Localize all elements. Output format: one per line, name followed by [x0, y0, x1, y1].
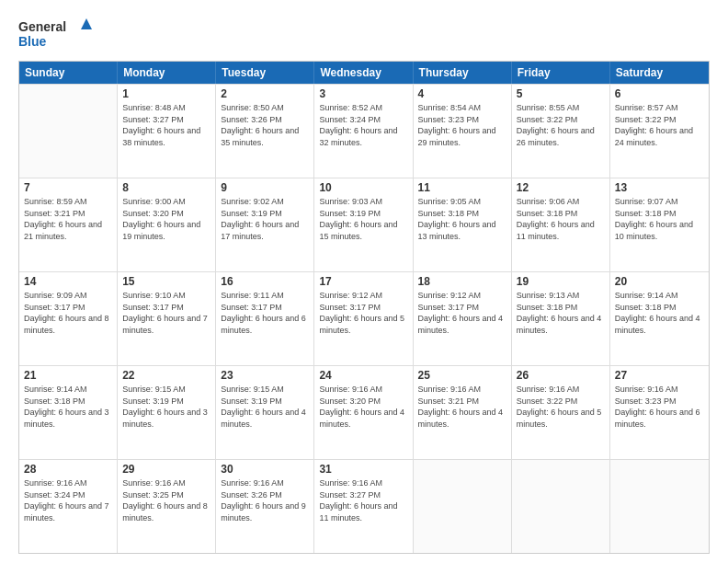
calendar-cell: 14 Sunrise: 9:09 AMSunset: 3:17 PMDaylig…: [19, 272, 118, 365]
cell-info: Sunrise: 9:09 AMSunset: 3:17 PMDaylight:…: [24, 291, 109, 335]
day-number: 31: [319, 463, 407, 476]
calendar-cell: 13 Sunrise: 9:07 AMSunset: 3:18 PMDaylig…: [610, 178, 709, 271]
calendar-cell: 1 Sunrise: 8:48 AMSunset: 3:27 PMDayligh…: [118, 85, 216, 178]
calendar-cell: 19 Sunrise: 9:13 AMSunset: 3:18 PMDaylig…: [512, 272, 610, 365]
cell-info: Sunrise: 9:13 AMSunset: 3:18 PMDaylight:…: [517, 291, 602, 335]
header-day: Friday: [512, 62, 610, 84]
cell-info: Sunrise: 9:14 AMSunset: 3:18 PMDaylight:…: [615, 291, 700, 335]
calendar-cell: 11 Sunrise: 9:05 AMSunset: 3:18 PMDaylig…: [414, 178, 512, 271]
cell-info: Sunrise: 9:16 AMSunset: 3:26 PMDaylight:…: [221, 478, 306, 523]
cell-info: Sunrise: 9:16 AMSunset: 3:24 PMDaylight:…: [24, 478, 109, 523]
day-number: 26: [517, 369, 605, 382]
cell-info: Sunrise: 8:52 AMSunset: 3:24 PMDaylight:…: [319, 103, 397, 147]
calendar-cell: 3 Sunrise: 8:52 AMSunset: 3:24 PMDayligh…: [314, 85, 413, 178]
calendar-week: 28 Sunrise: 9:16 AMSunset: 3:24 PMDaylig…: [19, 459, 709, 553]
day-number: 29: [122, 463, 210, 476]
day-number: 16: [221, 275, 309, 288]
day-number: 13: [615, 181, 704, 194]
day-number: 19: [517, 275, 605, 288]
page: General Blue SundayMondayTuesdayWednesda…: [0, 0, 728, 563]
header-day: Wednesday: [314, 62, 413, 84]
day-number: 6: [615, 87, 704, 100]
calendar-cell: 12 Sunrise: 9:06 AMSunset: 3:18 PMDaylig…: [512, 178, 610, 271]
cell-info: Sunrise: 9:07 AMSunset: 3:18 PMDaylight:…: [615, 197, 693, 241]
calendar-cell: 18 Sunrise: 9:12 AMSunset: 3:17 PMDaylig…: [414, 272, 512, 365]
header-day: Monday: [118, 62, 216, 84]
cell-info: Sunrise: 8:57 AMSunset: 3:22 PMDaylight:…: [615, 103, 693, 147]
calendar-cell: 22 Sunrise: 9:15 AMSunset: 3:19 PMDaylig…: [118, 366, 216, 459]
calendar-cell: 27 Sunrise: 9:16 AMSunset: 3:23 PMDaylig…: [610, 366, 709, 459]
cell-info: Sunrise: 9:05 AMSunset: 3:18 PMDaylight:…: [418, 197, 496, 241]
day-number: 23: [221, 369, 309, 382]
day-number: 7: [24, 181, 112, 194]
day-number: 27: [615, 369, 704, 382]
cell-info: Sunrise: 9:10 AMSunset: 3:17 PMDaylight:…: [122, 291, 208, 335]
cell-info: Sunrise: 9:11 AMSunset: 3:17 PMDaylight:…: [221, 291, 306, 335]
day-number: 1: [122, 87, 210, 100]
day-number: 8: [122, 181, 210, 194]
calendar-body: 1 Sunrise: 8:48 AMSunset: 3:27 PMDayligh…: [19, 84, 709, 553]
day-number: 28: [24, 463, 112, 476]
calendar-cell: 15 Sunrise: 9:10 AMSunset: 3:17 PMDaylig…: [118, 272, 216, 365]
calendar-cell: 29 Sunrise: 9:16 AMSunset: 3:25 PMDaylig…: [118, 460, 216, 553]
calendar-cell: 7 Sunrise: 8:59 AMSunset: 3:21 PMDayligh…: [19, 178, 118, 271]
calendar-cell: 28 Sunrise: 9:16 AMSunset: 3:24 PMDaylig…: [19, 460, 118, 553]
calendar-cell: 24 Sunrise: 9:16 AMSunset: 3:20 PMDaylig…: [314, 366, 413, 459]
calendar-cell: [414, 460, 512, 553]
header: General Blue: [18, 17, 710, 53]
day-number: 11: [418, 181, 506, 194]
calendar-week: 7 Sunrise: 8:59 AMSunset: 3:21 PMDayligh…: [19, 178, 709, 271]
day-number: 5: [517, 87, 605, 100]
calendar-cell: 17 Sunrise: 9:12 AMSunset: 3:17 PMDaylig…: [314, 272, 413, 365]
cell-info: Sunrise: 8:50 AMSunset: 3:26 PMDaylight:…: [221, 103, 299, 147]
day-number: 21: [24, 369, 112, 382]
day-number: 14: [24, 275, 112, 288]
day-number: 15: [122, 275, 210, 288]
calendar-cell: 2 Sunrise: 8:50 AMSunset: 3:26 PMDayligh…: [216, 85, 314, 178]
header-day: Sunday: [19, 62, 118, 84]
cell-info: Sunrise: 8:59 AMSunset: 3:21 PMDaylight:…: [24, 197, 102, 241]
cell-info: Sunrise: 9:06 AMSunset: 3:18 PMDaylight:…: [517, 197, 595, 241]
calendar-header: SundayMondayTuesdayWednesdayThursdayFrid…: [19, 62, 709, 84]
header-day: Tuesday: [216, 62, 314, 84]
cell-info: Sunrise: 9:15 AMSunset: 3:19 PMDaylight:…: [122, 385, 208, 429]
cell-info: Sunrise: 9:16 AMSunset: 3:23 PMDaylight:…: [615, 385, 700, 429]
svg-text:General: General: [18, 19, 66, 34]
cell-info: Sunrise: 9:16 AMSunset: 3:22 PMDaylight:…: [517, 385, 602, 429]
day-number: 22: [122, 369, 210, 382]
day-number: 30: [221, 463, 309, 476]
calendar-cell: 30 Sunrise: 9:16 AMSunset: 3:26 PMDaylig…: [216, 460, 314, 553]
day-number: 24: [319, 369, 407, 382]
calendar-cell: [512, 460, 610, 553]
day-number: 4: [418, 87, 506, 100]
calendar-cell: 31 Sunrise: 9:16 AMSunset: 3:27 PMDaylig…: [314, 460, 413, 553]
day-number: 3: [319, 87, 407, 100]
calendar-cell: [19, 85, 118, 178]
cell-info: Sunrise: 8:55 AMSunset: 3:22 PMDaylight:…: [517, 103, 595, 147]
calendar-cell: [610, 460, 709, 553]
calendar-cell: 25 Sunrise: 9:16 AMSunset: 3:21 PMDaylig…: [414, 366, 512, 459]
svg-marker-2: [81, 18, 92, 29]
cell-info: Sunrise: 9:00 AMSunset: 3:20 PMDaylight:…: [122, 197, 200, 241]
calendar-cell: 4 Sunrise: 8:54 AMSunset: 3:23 PMDayligh…: [414, 85, 512, 178]
cell-info: Sunrise: 9:16 AMSunset: 3:25 PMDaylight:…: [122, 478, 208, 523]
calendar: SundayMondayTuesdayWednesdayThursdayFrid…: [18, 61, 710, 554]
calendar-cell: 20 Sunrise: 9:14 AMSunset: 3:18 PMDaylig…: [610, 272, 709, 365]
day-number: 10: [319, 181, 407, 194]
cell-info: Sunrise: 9:16 AMSunset: 3:20 PMDaylight:…: [319, 385, 404, 429]
calendar-cell: 10 Sunrise: 9:03 AMSunset: 3:19 PMDaylig…: [314, 178, 413, 271]
calendar-cell: 21 Sunrise: 9:14 AMSunset: 3:18 PMDaylig…: [19, 366, 118, 459]
cell-info: Sunrise: 9:14 AMSunset: 3:18 PMDaylight:…: [24, 385, 109, 429]
svg-text:Blue: Blue: [18, 34, 47, 49]
cell-info: Sunrise: 9:02 AMSunset: 3:19 PMDaylight:…: [221, 197, 299, 241]
calendar-cell: 23 Sunrise: 9:15 AMSunset: 3:19 PMDaylig…: [216, 366, 314, 459]
cell-info: Sunrise: 9:12 AMSunset: 3:17 PMDaylight:…: [319, 291, 404, 335]
day-number: 20: [615, 275, 704, 288]
day-number: 12: [517, 181, 605, 194]
calendar-cell: 16 Sunrise: 9:11 AMSunset: 3:17 PMDaylig…: [216, 272, 314, 365]
day-number: 2: [221, 87, 309, 100]
calendar-cell: 5 Sunrise: 8:55 AMSunset: 3:22 PMDayligh…: [512, 85, 610, 178]
logo-svg: General Blue: [18, 17, 92, 53]
calendar-week: 14 Sunrise: 9:09 AMSunset: 3:17 PMDaylig…: [19, 271, 709, 365]
calendar-cell: 26 Sunrise: 9:16 AMSunset: 3:22 PMDaylig…: [512, 366, 610, 459]
